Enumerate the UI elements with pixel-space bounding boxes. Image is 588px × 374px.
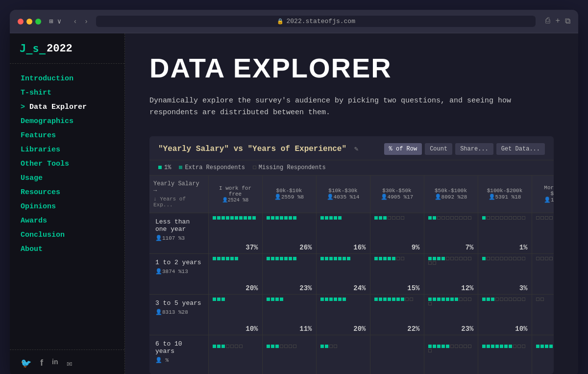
empty-dot <box>495 216 499 220</box>
empty-dot <box>491 257 494 260</box>
filled-dot <box>275 345 279 348</box>
sidebar-item-libraries[interactable]: Libraries <box>10 143 124 157</box>
empty-dot <box>495 298 499 301</box>
cell-dots <box>536 257 554 282</box>
close-button[interactable] <box>18 19 24 25</box>
new-tab-icon[interactable]: + <box>555 17 560 26</box>
filled-dot <box>239 216 243 220</box>
browser-window: ⊞ ∨ ‹ › 🔒 2022.stateofjs.com ⎙ + ⧉ J̲s̲ … <box>10 10 578 374</box>
linkedin-icon[interactable]: in <box>52 358 58 369</box>
sidebar-item-features[interactable]: Features <box>10 128 124 143</box>
sidebar-item-conclusion[interactable]: Conclusion <box>10 228 124 242</box>
sidebar-item-other-tools[interactable]: Other Tools <box>10 157 124 171</box>
filled-dot <box>428 298 432 301</box>
filled-dot <box>383 257 387 260</box>
empty-dot <box>388 216 391 220</box>
filled-dot <box>392 257 395 260</box>
filled-dot <box>217 216 220 220</box>
cell-r0-c0: 37% <box>208 213 262 253</box>
cell-r2-c6: 1% <box>532 294 554 335</box>
filled-dot <box>275 298 279 301</box>
cell-r0-c1: 26% <box>262 213 316 253</box>
maximize-button[interactable] <box>35 19 41 25</box>
cell-pct-value: 0% <box>536 284 554 292</box>
empty-dot <box>401 257 404 260</box>
share-button[interactable]: Share... <box>455 143 493 155</box>
filled-dot <box>230 216 234 220</box>
sidebar-item-resources[interactable]: Resources <box>10 185 124 199</box>
facebook-icon[interactable]: f <box>40 358 43 369</box>
filled-dot <box>217 257 220 260</box>
filled-dot <box>244 216 247 220</box>
table-row: 3 to 5 years👤8313 %2810%11%20%22%23%10%1… <box>149 294 554 335</box>
filled-dot <box>446 298 449 301</box>
page-title: DATA EXPLORER <box>149 53 554 83</box>
email-icon[interactable]: ✉ <box>67 358 72 369</box>
filled-dot <box>433 298 436 301</box>
data-panel: "Yearly Salary" vs "Years of Experience"… <box>149 136 554 374</box>
tabs-icon[interactable]: ⧉ <box>565 17 570 26</box>
forward-button[interactable]: › <box>82 17 90 26</box>
twitter-icon[interactable]: 🐦 <box>21 358 31 369</box>
legend-missing: Missing Respondents <box>253 164 326 171</box>
filled-dot <box>226 257 229 260</box>
filled-dot <box>325 257 328 260</box>
get-data-button[interactable]: Get Data... <box>496 143 545 155</box>
filled-dot <box>379 257 382 260</box>
filled-dot <box>482 257 486 260</box>
empty-dot <box>536 298 539 301</box>
cell-pct-value: 1% <box>482 244 528 251</box>
empty-dot <box>428 261 432 265</box>
cell-pct-value: 9% <box>374 244 420 251</box>
panel-legend: 1% Extra Respondents Missing Respondents <box>149 160 554 175</box>
sidebar-item-opinions[interactable]: Opinions <box>10 199 124 214</box>
empty-dot <box>540 298 544 301</box>
cell-pct-value: 23% <box>267 284 312 292</box>
cell-pct-value: 7% <box>428 244 474 251</box>
cell-r3-c5 <box>478 335 532 374</box>
cell-pct-value: 24% <box>320 284 366 292</box>
filled-dot <box>495 345 499 348</box>
sidebar-item-usage[interactable]: Usage <box>10 171 124 185</box>
filled-dot <box>482 216 486 220</box>
sidebar-item-data-explorer[interactable]: Data Explorer <box>10 100 124 114</box>
panel-title: "Yearly Salary" vs "Years of Experience"… <box>158 145 358 153</box>
filled-dot <box>271 345 274 348</box>
count-button[interactable]: Count <box>425 143 452 155</box>
share-icon[interactable]: ⎙ <box>545 17 550 26</box>
col-100-200k: $100k-$200k 👤5391 %18 <box>478 175 532 213</box>
filled-dot <box>428 345 432 348</box>
empty-dot <box>517 345 521 348</box>
cell-dots <box>320 257 366 282</box>
back-button[interactable]: ‹ <box>71 17 79 26</box>
empty-dot <box>446 257 449 260</box>
filled-dot <box>226 216 229 220</box>
table-container: Yearly Salary → ↓ Years of Exp... I work… <box>149 175 554 374</box>
col-10-30k: $10k-$30k 👤4035 %14 <box>316 175 370 213</box>
sidebar-item-about[interactable]: About <box>10 242 124 256</box>
empty-dot <box>226 345 229 348</box>
cell-dots <box>320 298 366 323</box>
sidebar-item-demographics[interactable]: Demographics <box>10 114 124 128</box>
minimize-button[interactable] <box>26 19 32 25</box>
filled-dot <box>338 257 342 260</box>
empty-dot <box>500 298 503 301</box>
empty-dot <box>455 345 458 348</box>
filled-dot <box>213 216 216 220</box>
empty-dot <box>284 345 288 348</box>
filled-dot <box>374 216 378 220</box>
empty-dot <box>540 216 544 220</box>
sidebar-item-awards[interactable]: Awards <box>10 214 124 228</box>
row-pct-button[interactable]: % of Row <box>384 143 422 155</box>
empty-dot <box>509 257 512 260</box>
address-bar[interactable]: 🔒 2022.stateofjs.com <box>96 16 536 27</box>
sidebar-item-tshirt[interactable]: T-shirt <box>10 86 124 100</box>
empty-dot <box>536 216 539 220</box>
sidebar-item-introduction[interactable]: Introduction <box>10 72 124 86</box>
empty-dot <box>504 257 508 260</box>
cell-r2-c5: 10% <box>478 294 532 335</box>
empty-dot <box>487 216 490 220</box>
cell-r1-c5: 3% <box>478 253 532 294</box>
cell-pct-value: 26% <box>267 244 312 251</box>
edit-icon[interactable]: ✎ <box>354 145 358 153</box>
